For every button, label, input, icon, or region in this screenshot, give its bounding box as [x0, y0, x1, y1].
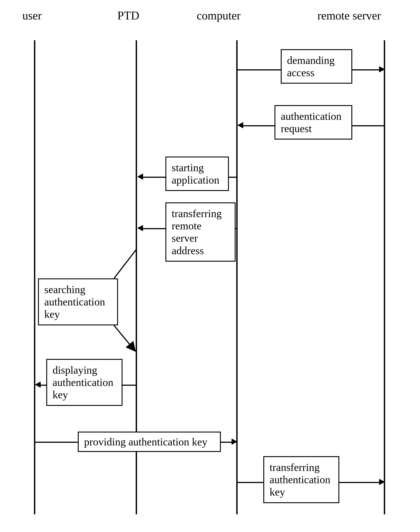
arrow-segment — [339, 482, 379, 483]
msg-starting-app: startingapplication — [165, 156, 229, 191]
actor-label-ptd: PTD — [117, 9, 139, 22]
diagonal-lines — [0, 0, 420, 532]
arrow-segment — [143, 177, 165, 178]
arrow-segment — [41, 385, 46, 386]
arrow-segment — [236, 228, 237, 229]
arrowhead-icon — [137, 174, 143, 180]
arrow-segment — [352, 69, 379, 70]
lifeline-user — [34, 40, 35, 514]
actor-label-computer: computer — [197, 9, 240, 22]
arrowhead-icon — [137, 225, 143, 231]
arrow-segment — [352, 125, 385, 126]
arrow-segment — [238, 482, 263, 483]
msg-auth-request: authenticationrequest — [274, 105, 352, 139]
arrow-segment — [35, 442, 78, 443]
msg-search-key: searchingauthenticationkey — [38, 278, 118, 325]
msg-transfer-addr: transferringremote serveraddress — [165, 202, 236, 262]
arrowhead-icon — [237, 122, 243, 128]
actor-label-server: remote server — [317, 9, 381, 22]
arrow-segment — [238, 69, 281, 70]
arrow-segment — [243, 125, 274, 126]
arrowhead-icon — [379, 479, 385, 485]
arrowhead-icon — [379, 66, 385, 73]
arrow-segment — [122, 385, 136, 386]
arrow-segment — [221, 442, 232, 443]
svg-line-1 — [114, 325, 135, 351]
arrow-segment — [143, 228, 165, 229]
arrowhead-icon — [35, 381, 41, 388]
msg-transfer-key: transferringauthenticationkey — [263, 456, 339, 503]
arrow-segment — [229, 177, 237, 178]
msg-provide-key: providing authentication key — [78, 432, 221, 452]
lifeline-server — [384, 40, 385, 514]
msg-display-key: displayingauthenticationkey — [46, 359, 122, 406]
sequence-diagram: user PTD computer remote server demandin… — [0, 0, 420, 532]
msg-demanding-access: demandingaccess — [281, 49, 352, 84]
arrowhead-icon — [232, 439, 237, 445]
actor-label-user: user — [22, 9, 42, 22]
svg-line-0 — [114, 249, 136, 278]
